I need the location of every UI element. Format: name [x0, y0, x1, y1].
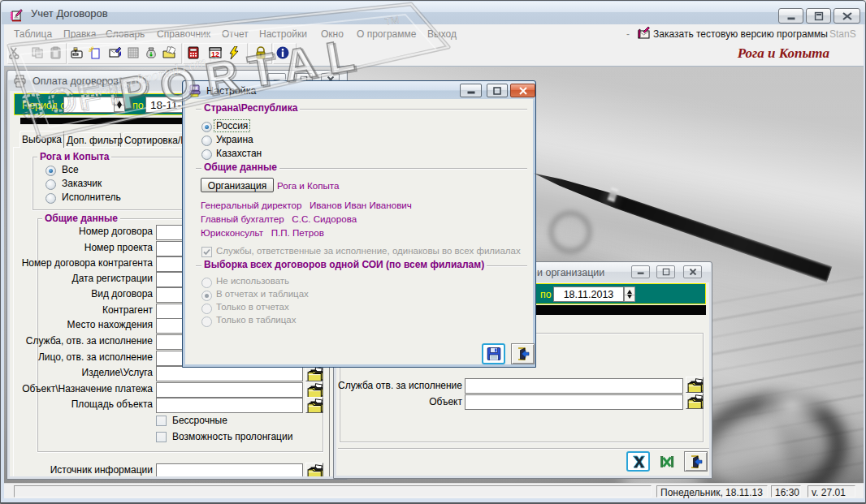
- svg-text:12: 12: [211, 50, 219, 58]
